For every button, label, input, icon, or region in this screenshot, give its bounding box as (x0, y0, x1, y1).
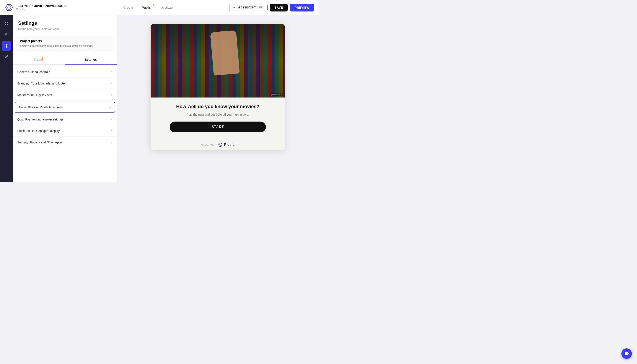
preset-title: Project presets (20, 39, 110, 43)
ai-assistant-button[interactable]: ✦ AI ASSISTANT ⌘K (229, 4, 268, 11)
svg-point-7 (7, 56, 8, 56)
chevron-branding: ▾ (111, 82, 112, 85)
riddle-brand-name: Riddle (224, 143, 235, 147)
start-button[interactable]: START (170, 122, 266, 132)
svg-point-8 (7, 58, 8, 59)
edit-icon[interactable]: ✎ (64, 4, 67, 8)
logo-area: TEST YOUR MOVIE KNOWLEDGE ✎ Quiz i (4, 3, 67, 12)
svg-marker-13 (220, 144, 221, 146)
save-button[interactable]: SAVE (270, 4, 288, 12)
svg-point-6 (6, 45, 7, 46)
tab-create[interactable]: Create (124, 5, 133, 10)
sidebar-item-flag[interactable] (2, 30, 11, 40)
accordion-quiz[interactable]: Quiz: Right/wrong answer settings ▾ (13, 114, 117, 125)
main-layout: Settings Define how your Riddle will wor… (0, 15, 318, 182)
preview-button[interactable]: PREVIEW (290, 4, 314, 12)
svg-rect-4 (5, 24, 6, 25)
riddle-subtext: Play the quiz and get 50% off your next … (158, 113, 278, 116)
riddle-card: pexels.com How well do you know your mov… (150, 24, 285, 150)
nav-right: ✦ AI ASSISTANT ⌘K SAVE PREVIEW (229, 4, 314, 12)
pexels-credit: pexels.com (270, 93, 283, 96)
quiz-subtitle: Quiz i (16, 8, 67, 11)
tab-settings[interactable]: Settings (65, 55, 117, 64)
riddle-logo-icon (218, 142, 223, 147)
riddle-image: pexels.com (150, 24, 285, 98)
svg-rect-3 (7, 22, 8, 23)
topnav: TEST YOUR MOVIE KNOWLEDGE ✎ Quiz i Creat… (0, 0, 318, 15)
svg-marker-1 (7, 6, 11, 10)
accordion-timer[interactable]: Timer: Block or Riddle time limits ▾ (15, 102, 115, 113)
chevron-security: ▾ (111, 141, 112, 144)
settings-tabs-row: Palette Settings (13, 55, 117, 64)
publish-dot (153, 4, 154, 6)
hand-overlay (210, 30, 240, 76)
sidebar-item-share[interactable] (2, 52, 11, 62)
riddle-content: How well do you know your movies? Play t… (150, 98, 285, 139)
title-block: TEST YOUR MOVIE KNOWLEDGE ✎ Quiz i (16, 4, 67, 11)
sidebar (0, 15, 13, 182)
quiz-title: TEST YOUR MOVIE KNOWLEDGE (16, 4, 63, 8)
tab-palette[interactable]: Palette (13, 55, 65, 64)
preview-area: pexels.com How well do you know your mov… (117, 15, 318, 182)
chevron-timer: ▾ (110, 106, 111, 109)
settings-title: Settings (18, 20, 112, 26)
svg-line-10 (6, 58, 7, 58)
riddle-question: How well do you know your movies? (158, 104, 278, 110)
svg-rect-2 (5, 22, 6, 23)
ai-star-icon: ✦ (233, 6, 236, 9)
riddle-image-inner (150, 24, 285, 98)
svg-rect-5 (7, 24, 8, 25)
accordion-monetization[interactable]: Monetization: Display ads ▾ (13, 89, 117, 101)
preset-desc: Select a project to create reusable pres… (20, 44, 110, 48)
tab-analyze[interactable]: Analyze (161, 5, 173, 10)
chevron-block-results: ▾ (111, 129, 112, 132)
made-with-row: MADE WITH Riddle (150, 139, 285, 150)
project-presets-box: Project presets Select a project to crea… (16, 36, 113, 51)
settings-panel: Settings Define how your Riddle will wor… (13, 15, 117, 182)
chevron-general: ▾ (111, 70, 112, 74)
sidebar-item-settings[interactable] (2, 41, 11, 51)
chevron-quiz: ▾ (111, 118, 112, 121)
accordion-block-results[interactable]: Block results: Configure display ▾ (13, 125, 117, 137)
accordion-security[interactable]: Security: Privacy and "Play again" ▾ (13, 137, 117, 148)
svg-line-11 (6, 56, 7, 57)
svg-point-9 (5, 57, 6, 58)
sidebar-item-grid[interactable] (2, 19, 11, 28)
accordion-general[interactable]: General: Global controls ▾ (13, 66, 117, 78)
palette-dot (42, 57, 43, 59)
settings-header: Settings Define how your Riddle will wor… (13, 15, 117, 32)
tab-publish[interactable]: Publish (142, 5, 152, 10)
accordion-list: General: Global controls ▾ Branding: You… (13, 64, 117, 150)
settings-desc: Define how your Riddle will work (18, 27, 112, 30)
accordion-branding[interactable]: Branding: Your logo, ads, and footer ▾ (13, 78, 117, 89)
chevron-monetization: ▾ (111, 94, 112, 96)
info-icon[interactable]: i (22, 8, 25, 11)
made-with-text: MADE WITH (201, 144, 217, 146)
nav-tabs: Create Publish Analyze (70, 5, 226, 10)
logo-icon (4, 3, 14, 12)
svg-marker-12 (218, 143, 222, 146)
